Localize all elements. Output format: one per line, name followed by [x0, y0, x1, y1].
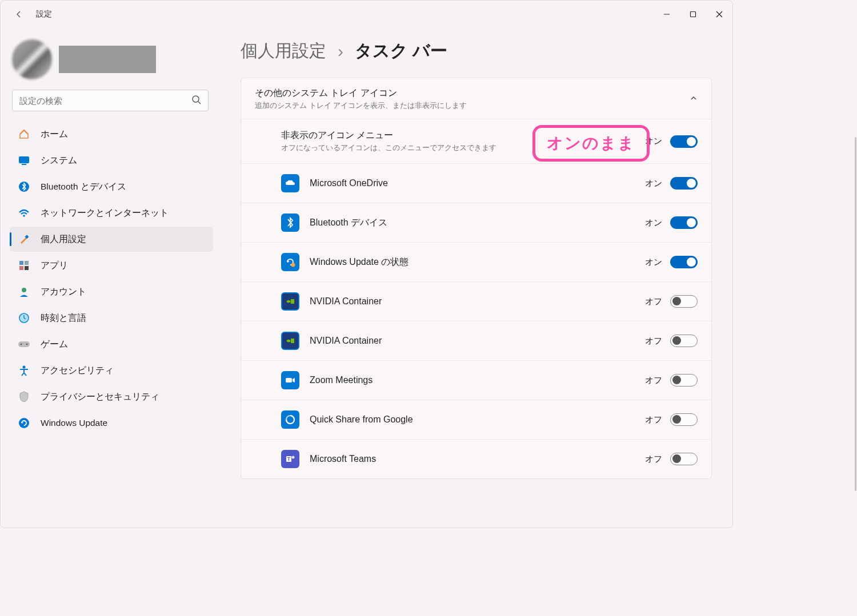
- toggle-bluetooth-devices[interactable]: [670, 216, 698, 229]
- toggle-state-text: オフ: [645, 454, 662, 465]
- nav-label: 時刻と言語: [41, 312, 86, 324]
- svg-point-27: [292, 456, 295, 459]
- svg-point-19: [21, 344, 22, 345]
- nav-label: Windows Update: [41, 418, 107, 428]
- svg-rect-13: [19, 266, 23, 270]
- svg-rect-12: [25, 261, 29, 265]
- toggle-zoom[interactable]: [670, 374, 698, 386]
- nav-accounts[interactable]: アカウント: [10, 279, 213, 304]
- main-content: 個人用設定 › タスク バー その他のシステム トレイ アイコン 追加のシステム…: [218, 28, 732, 528]
- nav-apps[interactable]: アプリ: [10, 253, 213, 278]
- gamepad-icon: [18, 338, 30, 351]
- svg-rect-18: [18, 341, 30, 347]
- toggle-state-text: オン: [645, 257, 662, 268]
- row-label: NVIDIA Container: [310, 296, 382, 307]
- nav-label: Bluetooth とデバイス: [41, 181, 126, 193]
- svg-rect-6: [19, 156, 29, 163]
- minimize-button[interactable]: [654, 5, 680, 23]
- nav-label: アカウント: [41, 286, 86, 298]
- person-icon: [18, 285, 30, 298]
- toggle-nvidia-1[interactable]: [670, 295, 698, 308]
- app-title: 設定: [36, 9, 52, 19]
- nav-accessibility[interactable]: アクセシビリティ: [10, 358, 213, 383]
- svg-point-15: [22, 288, 26, 292]
- nav-time-language[interactable]: 時刻と言語: [10, 305, 213, 331]
- nvidia-icon: [281, 292, 299, 311]
- close-icon: [716, 11, 723, 18]
- update-icon: [18, 417, 30, 429]
- breadcrumb-parent[interactable]: 個人用設定: [241, 39, 326, 63]
- row-nvidia-container-2: NVIDIA Container オフ: [241, 321, 711, 360]
- row-zoom: Zoom Meetings オフ: [241, 360, 711, 400]
- svg-point-23: [291, 263, 295, 267]
- row-teams: T Microsoft Teams オフ: [241, 439, 711, 478]
- nav-privacy[interactable]: プライバシーとセキュリティ: [10, 384, 213, 409]
- section-title: その他のシステム トレイ アイコン: [255, 87, 467, 99]
- teams-icon: T: [281, 450, 299, 468]
- sidebar: ホーム システム Bluetooth とデバイス ネットワークとインターネット …: [1, 28, 218, 528]
- toggle-windows-update-status[interactable]: [670, 256, 698, 268]
- row-label: NVIDIA Container: [310, 336, 382, 346]
- close-button[interactable]: [706, 5, 732, 23]
- clock-globe-icon: [18, 312, 30, 324]
- nav-gaming[interactable]: ゲーム: [10, 332, 213, 357]
- wifi-icon: [18, 207, 30, 219]
- minimize-icon: [663, 11, 670, 18]
- nav-label: ゲーム: [41, 339, 68, 351]
- apps-icon: [18, 259, 30, 272]
- toggle-quick-share[interactable]: [670, 413, 698, 426]
- row-windows-update-status: Windows Update の状態 オン: [241, 242, 711, 281]
- nav-network[interactable]: ネットワークとインターネット: [10, 200, 213, 226]
- nav-label: 個人用設定: [41, 233, 86, 245]
- nav-bluetooth[interactable]: Bluetooth とデバイス: [10, 174, 213, 199]
- search-input[interactable]: [12, 90, 209, 111]
- svg-rect-14: [25, 266, 29, 270]
- nvidia-icon: [281, 332, 299, 350]
- toggle-onedrive[interactable]: [670, 177, 698, 190]
- avatar: [12, 39, 52, 79]
- bluetooth-device-icon: [281, 214, 299, 232]
- section-subtitle: 追加のシステム トレイ アイコンを表示、または非表示にします: [255, 100, 467, 111]
- nav-label: ホーム: [41, 128, 68, 140]
- nav-label: アプリ: [41, 260, 68, 272]
- svg-point-20: [26, 344, 28, 345]
- toggle-state-text: オン: [645, 218, 662, 228]
- breadcrumb: 個人用設定 › タスク バー: [241, 39, 712, 63]
- svg-point-9: [23, 215, 25, 217]
- toggle-nvidia-2[interactable]: [670, 335, 698, 347]
- toggle-hidden-icon-menu[interactable]: [670, 135, 698, 148]
- arrow-left-icon: [14, 10, 23, 19]
- svg-rect-11: [19, 261, 23, 265]
- svg-point-4: [193, 96, 199, 102]
- nav-personalization[interactable]: 個人用設定: [10, 227, 213, 252]
- row-label: Microsoft Teams: [310, 454, 376, 464]
- nav-windows-update[interactable]: Windows Update: [10, 410, 213, 436]
- row-nvidia-container-1: NVIDIA Container オフ: [241, 281, 711, 321]
- maximize-button[interactable]: [680, 5, 706, 23]
- search-box[interactable]: [12, 90, 209, 111]
- brush-icon: [18, 233, 30, 245]
- tray-icons-section: その他のシステム トレイ アイコン 追加のシステム トレイ アイコンを表示、また…: [241, 78, 712, 479]
- row-label: Bluetooth デバイス: [310, 217, 387, 229]
- svg-rect-1: [691, 12, 696, 17]
- nav-home[interactable]: ホーム: [10, 122, 213, 147]
- svg-text:T: T: [287, 456, 291, 462]
- home-icon: [18, 128, 30, 140]
- breadcrumb-separator: ›: [338, 42, 343, 61]
- row-label: Windows Update の状態: [310, 256, 409, 268]
- back-button[interactable]: [10, 5, 28, 23]
- section-header[interactable]: その他のシステム トレイ アイコン 追加のシステム トレイ アイコンを表示、また…: [241, 78, 711, 119]
- svg-rect-24: [286, 378, 292, 383]
- onedrive-icon: [281, 174, 299, 192]
- profile-block[interactable]: [12, 39, 213, 79]
- nav: ホーム システム Bluetooth とデバイス ネットワークとインターネット …: [10, 122, 213, 436]
- toggle-teams[interactable]: [670, 453, 698, 465]
- nav-label: アクセシビリティ: [41, 365, 114, 377]
- toggle-state-text: オフ: [645, 414, 662, 425]
- row-label: Quick Share from Google: [310, 414, 413, 425]
- nav-label: ネットワークとインターネット: [41, 207, 169, 219]
- nav-system[interactable]: システム: [10, 148, 213, 173]
- row-bluetooth-devices: Bluetooth デバイス オン: [241, 203, 711, 242]
- row-label: Zoom Meetings: [310, 375, 373, 385]
- nav-label: システム: [41, 155, 77, 167]
